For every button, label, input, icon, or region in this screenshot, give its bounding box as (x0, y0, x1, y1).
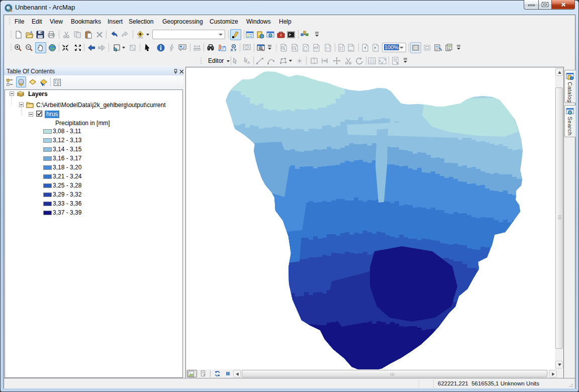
svg-text:A: A (247, 60, 250, 65)
svg-text:X Y: X Y (231, 48, 237, 52)
svg-text:1:1: 1:1 (326, 46, 330, 50)
